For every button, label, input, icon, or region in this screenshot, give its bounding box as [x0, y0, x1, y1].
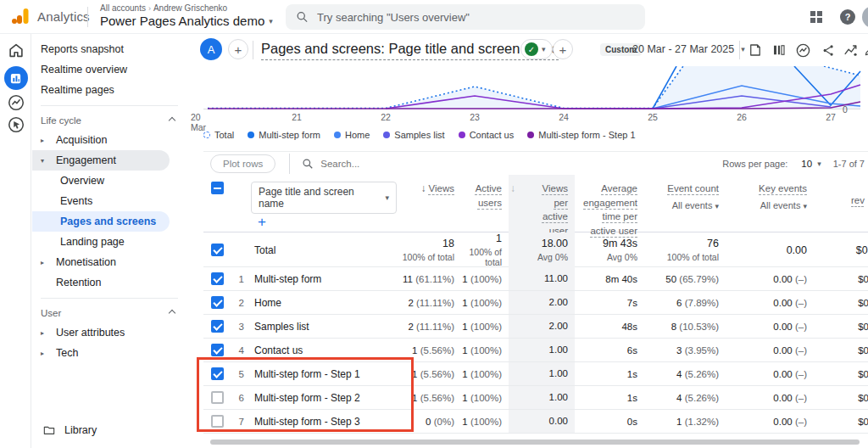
table-row: 5 Multi-step form - Step 1 1 (5.56%) 1 (…: [203, 362, 868, 386]
table-search[interactable]: [302, 158, 473, 170]
sort-hover-icon: ↓: [510, 182, 515, 196]
global-search[interactable]: [286, 4, 645, 30]
select-all-checkbox[interactable]: [211, 182, 224, 194]
nav-monetisation[interactable]: ▸ Monetisation: [32, 252, 186, 272]
report-saved-badge[interactable]: ✓ ▾: [520, 39, 553, 59]
nav-pages-and-screens-selected[interactable]: Pages and screens: [32, 211, 170, 232]
chevron-down-icon: ▾: [542, 45, 546, 53]
chevron-down-icon: ▾: [817, 160, 821, 168]
report-title[interactable]: Pages and screens: Page title and screen…: [261, 41, 559, 60]
line-chart: [203, 66, 868, 109]
nav-tech[interactable]: ▸ Tech: [32, 343, 186, 363]
explore-report-icon[interactable]: [841, 41, 860, 59]
plot-rows-button[interactable]: Plot rows: [210, 154, 275, 173]
col-header-revenue-clipped[interactable]: rev: [814, 175, 868, 238]
analytics-logo[interactable]: Analytics: [10, 6, 90, 26]
legend-dashed-dot-icon: [203, 132, 210, 138]
nav-section-life-cycle[interactable]: Life cycle: [32, 111, 186, 130]
nav-engagement-overview[interactable]: Overview: [32, 171, 186, 191]
col-header-active-users[interactable]: Active users: [461, 175, 509, 238]
help-icon[interactable]: ?: [838, 8, 857, 26]
date-range-selector[interactable]: 20 Mar - 27 Mar 2025 ▾: [632, 43, 745, 55]
nav-realtime-overview[interactable]: Realtime overview: [32, 59, 186, 80]
nav-retention[interactable]: Retention: [32, 272, 186, 293]
event-count-filter[interactable]: All events ▾: [644, 199, 719, 213]
breadcrumb[interactable]: All accounts›Andrew Grischenko: [100, 3, 227, 13]
row-checkbox[interactable]: [211, 415, 224, 428]
col-header-key-events[interactable]: Key events All events ▾: [726, 175, 814, 238]
total-label: Total: [251, 244, 397, 256]
y-axis-zero-label: 0: [843, 104, 848, 115]
add-tab-button[interactable]: +: [228, 39, 248, 59]
rows-per-page-value[interactable]: 10: [801, 159, 812, 169]
x-tick-25: 25: [636, 112, 670, 122]
report-main: A + Pages and screens: Page title and sc…: [190, 34, 868, 448]
row-checkbox[interactable]: [211, 344, 224, 356]
total-views-per-active-user: 18.00Avg 0%: [509, 232, 575, 267]
share-icon[interactable]: [819, 41, 837, 59]
table-header: Page title and screen name ▾ + ↓Views Ac…: [203, 175, 868, 232]
home-icon[interactable]: [0, 41, 31, 59]
advertising-icon[interactable]: [0, 115, 31, 134]
row-name: Samples list: [251, 321, 397, 333]
add-dimension-button[interactable]: +: [258, 214, 266, 230]
nav-acquisition[interactable]: ▸ Acquisition: [32, 130, 186, 150]
user-avatar[interactable]: [862, 6, 868, 28]
analytics-logo-icon: [10, 6, 31, 26]
expand-icon: ▸: [41, 350, 44, 357]
col-header-views[interactable]: ↓Views: [397, 175, 461, 238]
key-events-filter[interactable]: All events ▾: [726, 199, 807, 213]
explore-icon[interactable]: [0, 93, 31, 112]
total-row-checkbox[interactable]: [211, 244, 224, 256]
check-icon: ✓: [525, 42, 538, 56]
rows-per-page[interactable]: Rows per page: 10 ▾: [722, 159, 832, 169]
row-checkbox[interactable]: [211, 296, 224, 309]
row-checkbox[interactable]: [211, 272, 224, 285]
diagnostics-grid-icon[interactable]: [807, 8, 826, 26]
row-index: 3: [231, 322, 251, 332]
x-tick-23: 23: [458, 112, 492, 122]
search-icon: [302, 158, 314, 170]
nav-library[interactable]: Library: [32, 419, 97, 441]
report-tab-avatar[interactable]: A: [200, 38, 222, 60]
comparison-icon[interactable]: [770, 41, 788, 59]
edit-pencil-icon[interactable]: [861, 41, 868, 59]
nav-realtime-pages[interactable]: Realtime pages: [32, 80, 186, 100]
add-report-button[interactable]: +: [553, 39, 573, 59]
horizontal-scrollbar[interactable]: [210, 440, 860, 445]
nav-section-user[interactable]: User: [32, 304, 186, 322]
nav-user-attributes[interactable]: ▸ User attributes: [32, 322, 186, 343]
legend-total: Total: [203, 130, 234, 140]
dimension-selector[interactable]: Page title and screen name ▾: [251, 182, 397, 214]
table-search-input[interactable]: [320, 159, 473, 169]
table-row: 1 Multi-step form 11 (61.11%) 1 (100%) 1…: [203, 267, 868, 291]
dimension-header-cell: Page title and screen name ▾ +: [251, 175, 397, 238]
nav-engagement[interactable]: ▾ Engagement: [32, 150, 170, 171]
nav-reports-snapshot[interactable]: Reports snapshot: [32, 39, 186, 59]
nav-divider: [41, 298, 178, 299]
chart-legend: Total Multi-step form Home Samples list …: [203, 130, 636, 140]
total-avg-engagement-time: 9m 43sAvg 0%: [575, 238, 644, 262]
col-header-avg-engagement-time[interactable]: Average engagement time per active user: [575, 175, 644, 238]
chevron-down-icon: ▾: [715, 202, 719, 210]
header-checkbox-cell: [203, 175, 231, 238]
col-header-event-count[interactable]: Event count All events ▾: [644, 175, 726, 238]
row-checkbox[interactable]: [211, 391, 224, 404]
nav-events[interactable]: Events: [32, 191, 186, 211]
reports-icon-active[interactable]: [0, 66, 31, 90]
row-name: Multi-step form - Step 3: [251, 416, 397, 428]
sort-desc-icon: ↓: [421, 182, 426, 196]
total-revenue: $0.00: [814, 244, 868, 256]
product-name: Analytics: [37, 9, 90, 24]
col-header-views-per-active-user[interactable]: ↓Views per active user: [509, 175, 575, 238]
row-checkbox[interactable]: [211, 320, 224, 333]
nav-divider: [41, 105, 178, 106]
global-search-input[interactable]: [317, 11, 635, 24]
property-selector[interactable]: Power Pages Analytics demo ▾: [100, 14, 273, 28]
nav-landing-page[interactable]: Landing page: [32, 232, 186, 252]
feedback-note-icon[interactable]: [746, 41, 765, 59]
legend-contact-us: Contact us: [459, 130, 515, 140]
expand-icon: ▸: [41, 329, 44, 337]
insights-icon[interactable]: [793, 41, 812, 59]
row-checkbox[interactable]: [211, 367, 224, 380]
